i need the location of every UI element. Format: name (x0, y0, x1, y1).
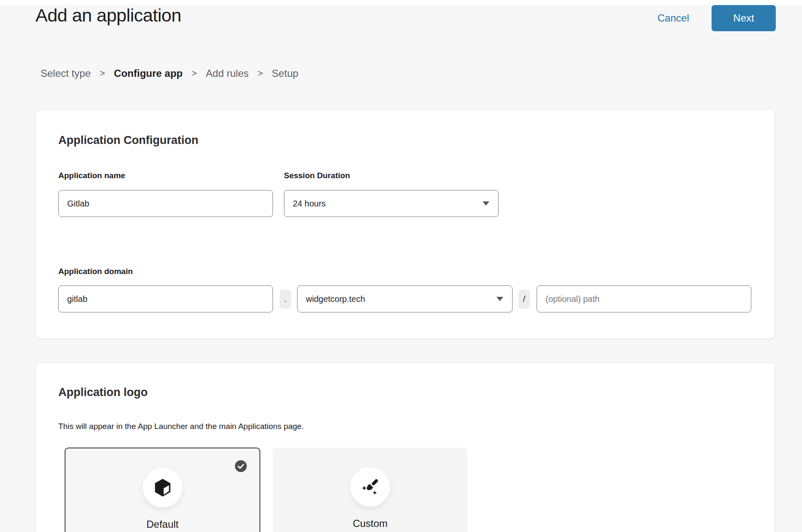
path-input[interactable] (537, 285, 751, 312)
application-logo-card: Application logo This will appear in the… (35, 362, 775, 532)
slash-separator: / (518, 290, 530, 309)
session-duration-select[interactable]: 24 hours (284, 190, 499, 217)
logo-option-default-label: Default (65, 518, 259, 530)
application-domain-label: Application domain (58, 267, 133, 276)
cube-icon (153, 477, 172, 498)
breadcrumb-configure-app[interactable]: Configure app (114, 68, 183, 79)
top-white-strip (0, 0, 802, 5)
logo-option-default[interactable]: Default (65, 448, 260, 532)
subdomain-input[interactable] (58, 285, 273, 312)
chevron-down-icon (496, 297, 503, 301)
application-name-input[interactable] (58, 190, 273, 217)
logo-option-custom[interactable]: Custom (273, 448, 467, 532)
session-duration-value: 24 hours (293, 199, 326, 209)
paintbrush-icon (360, 477, 380, 497)
breadcrumb-separator-icon: > (258, 68, 263, 79)
domain-select-value: widgetcorp.tech (306, 294, 365, 304)
domain-select[interactable]: widgetcorp.tech (297, 285, 513, 312)
breadcrumb-setup[interactable]: Setup (272, 68, 298, 79)
next-button[interactable]: Next (712, 5, 776, 31)
logo-description: This will appear in the App Launcher and… (58, 422, 304, 431)
dot-separator: . (280, 290, 291, 309)
add-application-page: Add an application Cancel Next Select ty… (0, 0, 802, 532)
logo-heading: Application logo (58, 386, 147, 399)
application-configuration-card: Application Configuration Application na… (35, 109, 775, 339)
breadcrumb-add-rules[interactable]: Add rules (206, 68, 248, 79)
logo-option-custom-label: Custom (273, 518, 467, 529)
application-name-label: Application name (58, 171, 125, 180)
breadcrumb-separator-icon: > (191, 68, 197, 79)
chevron-down-icon (483, 201, 489, 206)
breadcrumb-select-type[interactable]: Select type (41, 68, 91, 79)
configuration-heading: Application Configuration (58, 134, 198, 147)
session-duration-label: Session Duration (284, 171, 350, 180)
cancel-button[interactable]: Cancel (657, 12, 689, 24)
selected-check-icon (235, 460, 247, 472)
breadcrumb: Select type > Configure app > Add rules … (41, 68, 298, 79)
page-title: Add an application (35, 5, 181, 26)
breadcrumb-separator-icon: > (100, 68, 105, 79)
